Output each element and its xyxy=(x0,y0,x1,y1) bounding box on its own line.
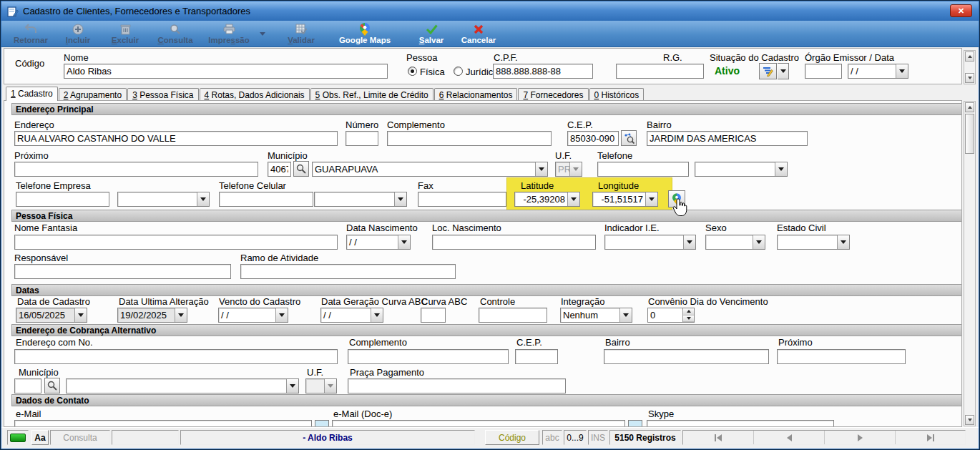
bairro-input[interactable] xyxy=(647,131,808,146)
validar-button[interactable]: Validar xyxy=(279,21,323,46)
font-size-button[interactable]: Aa xyxy=(31,430,49,445)
nome-fantasia-input[interactable] xyxy=(14,235,338,250)
nome-input[interactable] xyxy=(64,64,388,79)
integracao-combo[interactable]: Nenhum xyxy=(560,308,632,323)
municipio-combo[interactable]: GUARAPUAVA xyxy=(312,162,548,177)
estado-civil-combo[interactable] xyxy=(777,235,850,250)
cobranca-proximo-input[interactable] xyxy=(777,349,906,364)
retornar-button[interactable]: Retornar xyxy=(9,21,53,46)
chevron-down-icon[interactable] xyxy=(683,235,695,249)
header-scrollbar[interactable] xyxy=(964,50,976,84)
status-codigo-button[interactable]: Código xyxy=(485,430,539,445)
tab-cadastro[interactable]: 1 Cadastro xyxy=(6,87,58,101)
scrollbar-thumb[interactable] xyxy=(965,114,974,154)
scroll-up-icon[interactable] xyxy=(965,102,974,112)
cobranca-municipio-codigo-input[interactable] xyxy=(14,378,41,393)
tab-fornecedores[interactable]: 7 Fornecedores xyxy=(518,88,588,101)
email-input[interactable] xyxy=(14,420,312,427)
tab-historicos[interactable]: 0 Históricos xyxy=(589,88,645,101)
tab-relacionamentos[interactable]: 6 Relacionamentos xyxy=(434,88,518,101)
skype-input[interactable] xyxy=(647,420,834,427)
cobranca-endereco-input[interactable] xyxy=(14,349,338,364)
cobranca-complemento-input[interactable] xyxy=(348,349,509,364)
cobranca-bairro-input[interactable] xyxy=(604,349,769,364)
praca-pagamento-input[interactable] xyxy=(348,378,566,393)
cep-search-button[interactable] xyxy=(621,130,637,146)
pessoa-juridica-radio[interactable] xyxy=(454,67,463,76)
curva-abc-input[interactable] xyxy=(421,308,446,323)
consulta-button[interactable]: Consulta xyxy=(150,21,200,46)
cobranca-municipio-search-button[interactable] xyxy=(44,378,60,393)
scroll-up-icon[interactable] xyxy=(965,52,974,62)
situacao-dropdown-button[interactable] xyxy=(778,63,789,79)
spinner-up-icon[interactable] xyxy=(683,308,694,316)
title-bar[interactable]: Cadastro de Clientes, Fornecedores e Tra… xyxy=(1,1,979,21)
chevron-down-icon[interactable] xyxy=(753,235,765,249)
telefone-celular-tipo-combo[interactable] xyxy=(314,192,407,207)
indicador-ie-combo[interactable] xyxy=(604,235,696,250)
chevron-down-icon[interactable] xyxy=(197,192,209,206)
loc-nascimento-input[interactable] xyxy=(432,235,596,250)
spinner-down-icon[interactable] xyxy=(683,316,694,323)
incluir-button[interactable]: Incluir xyxy=(56,21,100,46)
chevron-down-icon[interactable] xyxy=(398,235,410,249)
chevron-down-icon[interactable] xyxy=(275,308,288,322)
endereco-input[interactable] xyxy=(14,131,338,146)
nav-first-button[interactable] xyxy=(683,431,754,444)
cpf-input[interactable] xyxy=(493,64,593,79)
pessoa-fisica-radio[interactable] xyxy=(408,67,417,76)
close-button[interactable]: ✕ xyxy=(950,4,972,17)
cobranca-municipio-combo[interactable] xyxy=(66,378,299,393)
email-doce-send-button[interactable] xyxy=(628,420,642,427)
email-doce-input[interactable] xyxy=(332,420,625,427)
latitude-combo[interactable]: -25,39208 xyxy=(514,192,580,207)
tab-rotas-dados-adicionais[interactable]: 4 Rotas, Dados Adicionais xyxy=(200,88,310,101)
telefone-celular-input[interactable] xyxy=(219,192,313,207)
telefone-empresa-tipo-combo[interactable] xyxy=(117,192,210,207)
tab-pessoa-fisica[interactable]: 3 Pessoa Física xyxy=(127,88,198,101)
nav-next-button[interactable] xyxy=(825,431,896,444)
cobranca-cep-input[interactable] xyxy=(515,349,558,364)
nav-prev-button[interactable] xyxy=(754,431,825,444)
data-geracao-curva-abc-combo[interactable]: / / xyxy=(320,308,383,323)
orgao-data-combo[interactable]: / / xyxy=(848,64,908,79)
impressao-dropdown-arrow[interactable] xyxy=(258,21,268,46)
content-scrollbar[interactable] xyxy=(964,101,976,426)
orgao-emissor-input[interactable] xyxy=(805,64,842,79)
tab-agrupamento[interactable]: 2 Agrupamento xyxy=(59,88,127,101)
tab-obs-ref-limite-credito[interactable]: 5 Obs. Ref., Limite de Crédito xyxy=(310,88,433,101)
rg-input[interactable] xyxy=(616,64,704,79)
chevron-down-icon[interactable] xyxy=(837,235,849,249)
longitude-combo[interactable]: -51,51517 xyxy=(592,192,658,207)
email-send-button[interactable] xyxy=(315,420,329,427)
chevron-down-icon[interactable] xyxy=(645,192,657,206)
google-maps-button[interactable]: Google Maps xyxy=(333,21,396,46)
cancelar-button[interactable]: Cancelar xyxy=(456,21,501,46)
municipio-search-button[interactable] xyxy=(293,161,309,177)
responsavel-input[interactable] xyxy=(14,264,231,279)
chevron-down-icon[interactable] xyxy=(567,192,579,206)
numero-input[interactable] xyxy=(346,131,378,146)
scroll-down-icon[interactable] xyxy=(965,415,974,425)
cep-input[interactable] xyxy=(567,131,619,146)
controle-input[interactable] xyxy=(479,308,547,323)
excluir-button[interactable]: Excluir xyxy=(103,21,147,46)
chevron-down-icon[interactable] xyxy=(286,379,298,393)
chevron-down-icon[interactable] xyxy=(896,64,908,78)
chevron-down-icon[interactable] xyxy=(535,162,547,176)
convenio-dia-vencimento-stepper[interactable]: 0 xyxy=(647,308,695,323)
impressao-button[interactable]: Impressão xyxy=(203,21,255,46)
scroll-down-icon[interactable] xyxy=(965,73,974,83)
municipio-codigo-input[interactable] xyxy=(268,162,291,177)
chevron-down-icon[interactable] xyxy=(371,308,383,322)
situacao-edit-button[interactable] xyxy=(759,63,777,79)
sexo-combo[interactable] xyxy=(705,235,765,250)
complemento-input[interactable] xyxy=(387,131,552,146)
telefone-tipo-combo[interactable] xyxy=(695,162,788,177)
chevron-down-icon[interactable] xyxy=(394,192,406,206)
data-nascimento-combo[interactable]: / / xyxy=(346,235,411,250)
chevron-down-icon[interactable] xyxy=(619,308,632,322)
ramo-atividade-input[interactable] xyxy=(240,264,456,279)
nav-last-button[interactable] xyxy=(896,431,965,444)
chevron-down-icon[interactable] xyxy=(775,162,787,176)
